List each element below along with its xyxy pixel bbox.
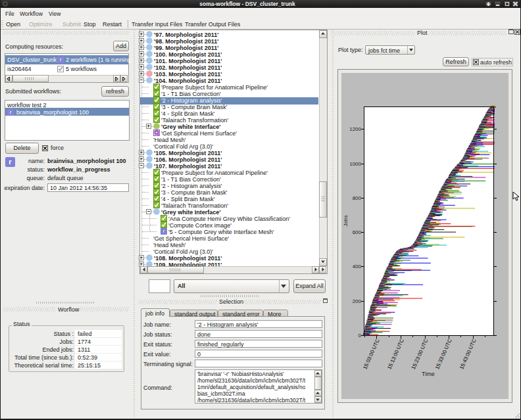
svg-text:15:23:00 UTC: 15:23:00 UTC xyxy=(410,338,430,370)
svg-text:15:33:00 UTC: 15:33:00 UTC xyxy=(434,338,453,370)
svg-text:15:03:00 UTC: 15:03:00 UTC xyxy=(362,338,381,370)
svg-text:15:43:00 UTC: 15:43:00 UTC xyxy=(459,338,478,370)
svg-text:15:13:00 UTC: 15:13:00 UTC xyxy=(386,338,405,370)
